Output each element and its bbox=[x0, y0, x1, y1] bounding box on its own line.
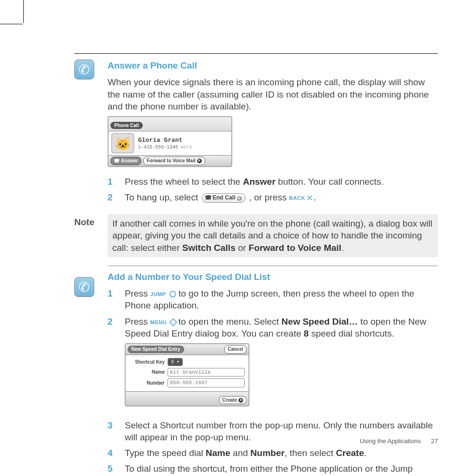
caller-info: Gloria Grant 1-415-555-1345 Work bbox=[138, 136, 192, 151]
step-2: 2 To hang up, select ☎End Call ✕ , or pr… bbox=[108, 191, 438, 204]
footer-section: Using the Applications bbox=[360, 437, 421, 445]
shot-button-bar: ☎ Answer Forward to Voice Mail ✕ bbox=[109, 155, 231, 166]
section-answer-call: Answer a Phone Call When your device sig… bbox=[74, 60, 438, 208]
t: . bbox=[313, 192, 316, 202]
sd-key-value: 3 bbox=[171, 359, 174, 365]
bold-8: 8 bbox=[304, 328, 309, 338]
step-number: 3 bbox=[108, 419, 125, 444]
step-1: 1 Press the wheel to select the Answer b… bbox=[108, 176, 438, 188]
icon-column bbox=[74, 60, 108, 208]
sd-row-key: Shortcut Key 3▾ bbox=[129, 358, 245, 366]
step-number: 5 bbox=[108, 463, 125, 476]
phone-app-icon bbox=[74, 277, 94, 297]
step-2: 2 Press MENU to open the menu. Select Ne… bbox=[108, 316, 438, 416]
crop-mark-vertical bbox=[23, 0, 24, 23]
close-icon: ✕ bbox=[197, 159, 202, 163]
close-icon: ✕ bbox=[238, 398, 243, 403]
sd-label-name: Name bbox=[129, 369, 168, 375]
intro-paragraph: When your device signals there is an inc… bbox=[108, 76, 438, 112]
icon-column bbox=[74, 266, 108, 476]
step-number: 4 bbox=[108, 447, 125, 459]
sd-create-label: Create bbox=[222, 397, 237, 403]
shot-body: 🐱 Gloria Grant 1-415-555-1345 Work bbox=[109, 131, 231, 155]
sd-row-number: Number 650-555-1657 bbox=[129, 378, 245, 387]
t: , or press bbox=[247, 192, 289, 202]
menu-keyword: MENU bbox=[150, 319, 167, 325]
caller-avatar-icon: 🐱 bbox=[111, 133, 134, 153]
sd-name-input: Kit Granville bbox=[168, 368, 245, 377]
sd-button-bar: Create ✕ bbox=[126, 391, 248, 406]
t: To hang up, select bbox=[125, 192, 201, 202]
page-number: 27 bbox=[431, 437, 438, 445]
rule-top bbox=[74, 53, 438, 54]
t: . bbox=[364, 448, 367, 458]
sd-body: Shortcut Key 3▾ Name Kit Granville Numbe… bbox=[126, 355, 248, 392]
shot-forward-button: Forward to Voice Mail ✕ bbox=[143, 157, 205, 165]
step-1: 1 Press JUMP to go to the Jump screen, t… bbox=[108, 288, 438, 312]
step-number: 1 bbox=[108, 288, 125, 312]
step-text: Press the wheel to select the Answer but… bbox=[125, 176, 438, 188]
screenshot-speed-dial-entry: New Speed Dial Entry Cancel Shortcut Key… bbox=[125, 343, 249, 407]
sd-shortcut-selector: 3▾ bbox=[168, 358, 183, 366]
sd-cancel-button: Cancel bbox=[224, 345, 247, 353]
sd-label-shortcut: Shortcut Key bbox=[129, 359, 168, 365]
rule-sub bbox=[108, 266, 438, 266]
phone-app-icon bbox=[74, 60, 94, 79]
sd-titlebar: New Speed Dial Entry Cancel bbox=[126, 344, 248, 355]
heading-answer-call: Answer a Phone Call bbox=[108, 60, 438, 71]
t: to go to the Jump screen, then press the… bbox=[125, 288, 414, 310]
step-number: 2 bbox=[108, 316, 125, 416]
phone-hangup-icon: ☎ bbox=[205, 194, 212, 202]
t: Press bbox=[125, 288, 150, 298]
t: or bbox=[236, 243, 248, 253]
steps-list-1: 1 Press the wheel to select the Answer b… bbox=[108, 176, 438, 204]
bold-answer: Answer bbox=[243, 177, 276, 187]
note-block: Note If another call comes in while you'… bbox=[74, 214, 438, 257]
sd-create-button: Create ✕ bbox=[219, 396, 247, 404]
bold-name: Name bbox=[206, 448, 230, 458]
jump-circle-icon bbox=[169, 291, 176, 298]
step-text: Press JUMP to go to the Jump screen, the… bbox=[125, 288, 438, 312]
caller-number: 1-415-555-1345 bbox=[138, 145, 178, 150]
step-text: To dial using the shortcut, from either … bbox=[125, 463, 438, 476]
end-call-button: ☎End Call ✕ bbox=[202, 193, 246, 203]
t: and bbox=[230, 448, 250, 458]
heading-speed-dial: Add a Number to Your Speed Dial List bbox=[108, 271, 438, 283]
step-4: 4 Type the speed dial Name and Number, t… bbox=[108, 447, 438, 459]
updown-arrows-icon: ▾ bbox=[177, 359, 179, 365]
note-label: Note bbox=[74, 214, 108, 257]
caller-name: Gloria Grant bbox=[138, 136, 192, 144]
back-keyword: BACK bbox=[289, 195, 306, 201]
t: to open the menu. Select bbox=[176, 317, 282, 327]
bold-number: Number bbox=[250, 448, 285, 458]
t: Press the wheel to select the bbox=[125, 177, 243, 187]
step-5: 5 To dial using the shortcut, from eithe… bbox=[108, 463, 438, 476]
shot-answer-button: ☎ Answer bbox=[110, 157, 141, 165]
t: Press bbox=[125, 317, 150, 327]
step-text: Press MENU to open the menu. Select New … bbox=[125, 316, 438, 416]
t: button. Your call connects. bbox=[276, 177, 384, 187]
sd-label-number: Number bbox=[129, 380, 168, 386]
step-text: Type the speed dial Name and Number, the… bbox=[125, 447, 438, 459]
t: speed dial shortcuts. bbox=[309, 328, 395, 338]
t: Type the speed dial bbox=[125, 448, 206, 458]
screenshot-incoming-call: Phone Call 🐱 Gloria Grant 1-415-555-1345… bbox=[108, 116, 232, 167]
caller-number-row: 1-415-555-1345 Work bbox=[138, 144, 192, 150]
shot-tab-label: Phone Call bbox=[110, 122, 143, 129]
bold-forward-vm: Forward to Voice Mail bbox=[248, 243, 341, 253]
crop-mark-horizontal bbox=[0, 24, 23, 24]
step-number: 2 bbox=[108, 191, 125, 204]
close-icon: ✕ bbox=[237, 196, 242, 201]
page-content: Answer a Phone Call When your device sig… bbox=[74, 53, 438, 476]
caller-tag: Work bbox=[181, 145, 192, 150]
sd-number-input: 650-555-1657 bbox=[168, 378, 245, 387]
bold-switch-calls: Switch Calls bbox=[182, 243, 236, 253]
bold-new-speed-dial: New Speed Dial… bbox=[281, 317, 358, 327]
bold-create: Create bbox=[336, 448, 364, 458]
note-body: If another call comes in while you're on… bbox=[108, 214, 438, 257]
t: . bbox=[341, 243, 344, 253]
shot-titlebar: Phone Call bbox=[109, 117, 231, 131]
sd-row-name: Name Kit Granville bbox=[129, 368, 245, 377]
step-text: To hang up, select ☎End Call ✕ , or pres… bbox=[125, 191, 438, 204]
step-number: 1 bbox=[108, 176, 125, 188]
